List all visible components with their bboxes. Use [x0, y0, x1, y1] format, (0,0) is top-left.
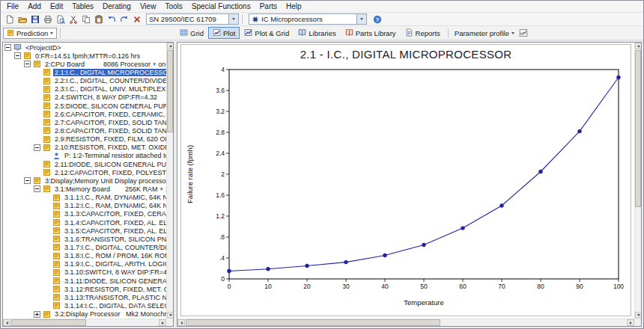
open-button[interactable] — [16, 13, 28, 25]
tree-item[interactable]: 2.7:CAPACITOR, FIXED, SOLID TANT., 180 u… — [3, 118, 166, 126]
tree-item[interactable]: 3.2:Display Processor Mk2 Monochrome Dis… — [3, 310, 166, 319]
collapse-icon[interactable] — [24, 177, 31, 184]
chart-hscrollbar-thumb[interactable] — [186, 319, 440, 326]
data-point[interactable] — [538, 170, 542, 173]
collapse-icon[interactable] — [34, 185, 40, 192]
tree-item[interactable]: 2.9:RESISTOR, FIXED, FILM, 620 OHM:FR=0.… — [3, 135, 166, 144]
tree-item[interactable]: 2.6:CAPACITOR, FIXED, CERAMIC, 470 pF:FR… — [3, 110, 166, 118]
standard-select[interactable]: SN 29500/IEC 61709 — [146, 13, 239, 25]
help-button[interactable]: ? — [371, 13, 383, 25]
data-point[interactable] — [266, 267, 270, 271]
tree-item[interactable]: 3.1.4:CAPACITOR, FIXED, AL. ELECT. 220 U… — [3, 218, 166, 227]
chevron-down-icon[interactable] — [356, 14, 366, 24]
collapse-icon[interactable] — [14, 52, 21, 59]
menu-view[interactable]: View — [136, 1, 161, 11]
scroll-down-button[interactable] — [635, 312, 642, 319]
menu-file[interactable]: File — [2, 1, 23, 11]
tree-item[interactable]: 3.1.2:I.C., RAM, DYNAMIC, 64K NMOS:FR=0.… — [3, 202, 166, 210]
scroll-up-button[interactable] — [167, 43, 174, 49]
parameter-profile-dropdown[interactable]: Parameter profile — [452, 27, 517, 39]
cut-button[interactable] — [67, 13, 79, 25]
scroll-right-button[interactable] — [159, 319, 166, 326]
copy-button[interactable] — [79, 13, 92, 25]
chart-vertical-scrollbar[interactable] — [634, 43, 641, 319]
paste-button[interactable] — [92, 13, 105, 25]
tree-item[interactable]: 3.1:Memory Board 256K RAM + 16K ROM:F... — [3, 185, 166, 193]
view-button-plot-grid[interactable]: Plot & Grid — [240, 27, 294, 39]
tree-item[interactable]: 2.10:RESISTOR, FIXED, MET. OXIDE, 1K2:FR… — [3, 144, 166, 152]
data-point[interactable] — [616, 76, 620, 79]
tree-vertical-scrollbar[interactable] — [166, 43, 173, 319]
tree-scrollbar-thumb[interactable] — [167, 50, 173, 132]
tree-hscrollbar-thumb[interactable] — [11, 319, 86, 326]
data-point[interactable] — [577, 129, 581, 133]
scroll-left-button[interactable] — [3, 319, 10, 326]
tree-item[interactable]: 3.1.11:DIODE, SILICON GENERAL PURPOSE... — [3, 277, 166, 285]
view-button-grid[interactable]: Grid — [175, 27, 208, 39]
view-button-libraries[interactable]: Libraries — [294, 27, 340, 39]
tree-item[interactable]: 3.1.8:I.C., ROM / PROM, 16K ROM:FR=0.724… — [3, 252, 166, 260]
tree-item[interactable]: 3:Display;Memory Unit Display processor … — [3, 176, 166, 185]
data-point[interactable] — [422, 243, 425, 247]
tree-horizontal-scrollbar[interactable] — [3, 319, 166, 326]
data-point[interactable] — [383, 253, 386, 257]
menu-derating[interactable]: Derating — [98, 1, 136, 11]
tree-item[interactable]: 3.1.12:RESISTOR, FIXED, MET. OXIDE, 1K2:… — [3, 285, 166, 293]
data-point[interactable] — [344, 260, 347, 264]
tree-item[interactable]: 2.5:DIODE, SILICON GENERAL PURPOSE:FR=0.… — [3, 102, 166, 110]
menu-edit[interactable]: Edit — [46, 1, 67, 11]
tree-item[interactable]: 2.2:I.C., DIGITAL, COUNTER/DIVIDER:FR=0.… — [3, 77, 166, 85]
scroll-down-button[interactable] — [167, 312, 174, 319]
prediction-dropdown[interactable]: Prediction — [3, 28, 57, 39]
tree-item[interactable]: 3.1.13:TRANSISTOR, PLASTIC NPN:FR=0.04..… — [3, 293, 166, 301]
data-point[interactable] — [305, 264, 309, 268]
delete-button[interactable] — [130, 13, 143, 25]
data-point[interactable] — [461, 226, 464, 230]
tree-item[interactable]: 3.1.14:I.C., DIGITAL, DATA SELECTOR/MUL.… — [3, 301, 166, 310]
undo-button[interactable] — [105, 13, 118, 25]
tree-item[interactable]: 0:FR=14.51 fpmh;MTTR=0.126 hrs — [3, 52, 166, 60]
menu-add[interactable]: Add — [23, 1, 46, 11]
tree-item[interactable]: 3.1.10:SWITCH, 8 WAY DIP:FR=4.32 — [3, 268, 166, 277]
view-button-reports[interactable]: Reports — [401, 27, 445, 39]
menu-parts[interactable]: Parts — [255, 1, 282, 11]
menu-help[interactable]: Help — [282, 1, 306, 11]
chart-horizontal-scrollbar[interactable] — [177, 319, 634, 326]
collapse-icon[interactable] — [24, 61, 31, 67]
tree-item[interactable]: 3.1.3:CAPACITOR, FIXED, CERAMIC CHIP, 22… — [3, 210, 166, 218]
tree-item[interactable]: <ProjectID> — [3, 43, 166, 52]
tree-item[interactable]: 2.4:SWITCH, 8 WAY DIP:FR=4.32 — [3, 93, 166, 102]
tree-item[interactable]: 3.1.6:TRANSISTOR, SILICON PNP:FR=0.030..… — [3, 235, 166, 243]
tree-item[interactable]: 2:CPU Board 8086 Processor + on-board lo… — [3, 60, 166, 68]
tree-item[interactable]: 2.3:I.C., DIGITAL, UNIV. MULTIPLEXER, 3 … — [3, 85, 166, 93]
tree-item[interactable]: 2.11:DIODE, SILICON GENERAL PURPOSE:FR=0… — [3, 160, 166, 168]
menu-tables[interactable]: Tables — [67, 1, 98, 11]
new-button[interactable] — [3, 13, 16, 25]
collapse-icon[interactable] — [4, 44, 11, 51]
scroll-up-button[interactable] — [635, 43, 642, 49]
view-button-plot[interactable]: Plot — [208, 27, 240, 39]
scroll-left-button[interactable] — [177, 319, 185, 326]
collapse-icon[interactable] — [34, 144, 40, 151]
preview-button[interactable] — [54, 13, 67, 25]
tree-item[interactable]: 2.12:CAPACITOR, FIXED, POLYESTER, 10nF:F… — [3, 168, 166, 176]
tree-item[interactable]: 2.8:CAPACITOR, FIXED, SOLID TANT., 4.7 u… — [3, 126, 166, 135]
view-button-parts-library[interactable]: Parts Library — [341, 27, 401, 39]
scroll-right-button[interactable] — [627, 319, 634, 326]
tree-item[interactable]: 3.1.1:I.C., RAM, DYNAMIC, 64K NMOS:FR=0.… — [3, 194, 166, 202]
tree-item[interactable]: 3.1.9:I.C., DIGITAL, ARITH. LOGIC/ FUNC.… — [3, 260, 166, 268]
profile-chart-button[interactable] — [517, 27, 530, 39]
data-point[interactable] — [227, 269, 231, 273]
tree-item[interactable]: P: 1:2-Terminal resistor attached to cha… — [3, 152, 166, 160]
menu-special-functions[interactable]: Special Functions — [187, 1, 255, 11]
tree-item[interactable]: 2.1:I.C., DIGITAL MICROPROCESSOR:FR=0.15… — [3, 68, 166, 76]
print-button[interactable] — [41, 13, 54, 25]
tree-item[interactable]: 3.1.5:CAPACITOR, FIXED, AL. ELECTROLYT..… — [3, 227, 166, 235]
component-category-select[interactable]: IC Microprocessors — [249, 13, 367, 25]
redo-button[interactable] — [118, 13, 130, 25]
menu-tools[interactable]: Tools — [160, 1, 186, 11]
chart-scrollbar-thumb[interactable] — [635, 50, 641, 207]
save-button[interactable] — [28, 13, 41, 25]
expand-icon[interactable] — [34, 311, 40, 318]
data-point[interactable] — [499, 203, 503, 207]
